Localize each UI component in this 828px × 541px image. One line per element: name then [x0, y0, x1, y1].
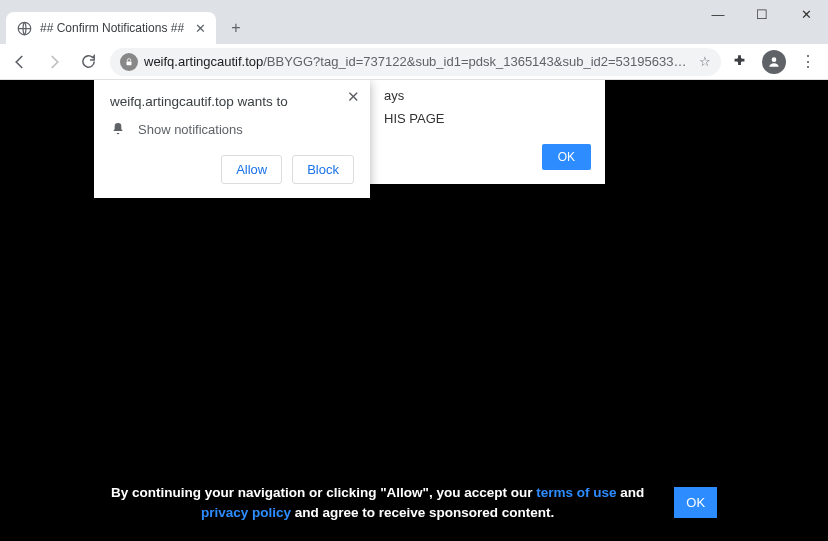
url-text: weifq.artingcautif.top/BBYGG?tag_id=7371… [144, 54, 693, 69]
globe-icon [16, 20, 32, 36]
page-alert-line2: HIS PAGE [384, 111, 591, 126]
new-tab-button[interactable]: + [222, 14, 250, 42]
consent-text: By continuing your navigation or clickin… [111, 483, 644, 524]
minimize-button[interactable]: — [696, 0, 740, 28]
permission-item-label: Show notifications [138, 122, 243, 137]
url-host: weifq.artingcautif.top [144, 54, 263, 69]
profile-avatar-icon[interactable] [762, 50, 786, 74]
permission-close-icon[interactable]: ✕ [347, 88, 360, 106]
consent-ok-button[interactable]: OK [674, 487, 717, 518]
maximize-button[interactable]: ☐ [740, 0, 784, 28]
notification-permission-prompt: ✕ weifq.artingcautif.top wants to Show n… [94, 80, 370, 198]
terms-of-use-link[interactable]: terms of use [536, 485, 616, 500]
permission-title: weifq.artingcautif.top wants to [110, 94, 354, 109]
window-controls: — ☐ ✕ [696, 0, 828, 28]
browser-tab[interactable]: ## Confirm Notifications ## ✕ [6, 12, 216, 44]
page-alert-ok-button[interactable]: OK [542, 144, 591, 170]
extensions-icon[interactable] [731, 53, 748, 70]
page-alert-dialog: ays HIS PAGE OK [370, 80, 605, 184]
forward-button[interactable] [42, 50, 66, 74]
privacy-policy-link[interactable]: privacy policy [201, 505, 291, 520]
consent-text-c: and agree to receive sponsored content. [291, 505, 554, 520]
bookmark-star-icon[interactable]: ☆ [699, 54, 711, 69]
kebab-menu-icon[interactable]: ⋮ [800, 52, 816, 71]
site-info-icon[interactable] [120, 53, 138, 71]
reload-button[interactable] [76, 50, 100, 74]
tab-title: ## Confirm Notifications ## [40, 21, 187, 35]
bell-icon [110, 121, 126, 137]
block-button[interactable]: Block [292, 155, 354, 184]
svg-rect-1 [127, 61, 132, 65]
url-path: /BBYGG?tag_id=737122&sub_id1=pdsk_136514… [263, 54, 693, 69]
consent-bar: By continuing your navigation or clickin… [0, 483, 828, 524]
toolbar-right: ⋮ [731, 50, 820, 74]
browser-toolbar: weifq.artingcautif.top/BBYGG?tag_id=7371… [0, 44, 828, 80]
back-button[interactable] [8, 50, 32, 74]
page-content: Cl that you ays HIS PAGE OK ✕ weifq.arti… [0, 80, 828, 541]
svg-point-2 [772, 57, 777, 62]
page-alert-line1: ays [384, 88, 591, 103]
consent-text-b: and [617, 485, 645, 500]
allow-button[interactable]: Allow [221, 155, 282, 184]
address-bar[interactable]: weifq.artingcautif.top/BBYGG?tag_id=7371… [110, 48, 721, 76]
consent-text-a: By continuing your navigation or clickin… [111, 485, 536, 500]
tab-close-icon[interactable]: ✕ [195, 21, 206, 36]
window-close-button[interactable]: ✕ [784, 0, 828, 28]
